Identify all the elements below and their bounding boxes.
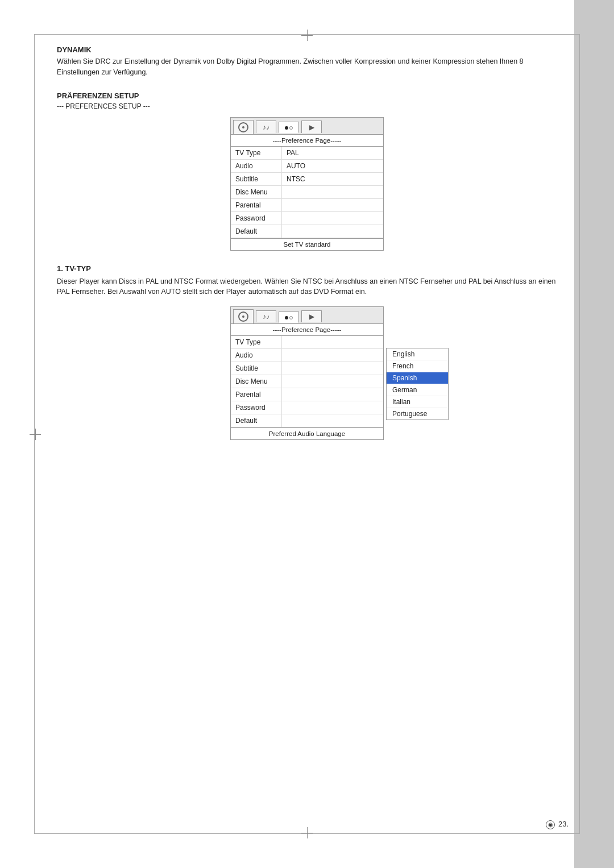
pref-row-parental: Parental bbox=[231, 199, 383, 212]
pref-label-tvtype: TV Type bbox=[231, 147, 282, 159]
pref2-row-subtitle: Subtitle bbox=[231, 362, 383, 375]
dropdown-item-french[interactable]: French bbox=[387, 360, 448, 372]
dot2-white bbox=[289, 316, 293, 319]
page-number-circle: ◉ bbox=[546, 820, 555, 829]
pref2-row-default: Default bbox=[231, 414, 383, 427]
dropdown-item-german[interactable]: German bbox=[387, 384, 448, 396]
pref2-label-password: Password bbox=[231, 401, 282, 414]
pref-icon bbox=[285, 126, 293, 130]
page-number-text: 23 bbox=[558, 820, 566, 828]
tvtyp-section: 1. TV-TYP Dieser Player kann Discs in PA… bbox=[57, 264, 557, 441]
pref2-value-parental[interactable] bbox=[282, 388, 383, 401]
crosshair-top bbox=[301, 30, 313, 41]
pref-footer-1: Set TV standard bbox=[231, 238, 383, 250]
disc2-icon bbox=[238, 312, 248, 322]
praeferenzen-heading: PRÄFERENZEN SETUP bbox=[57, 92, 557, 100]
video-icon: ▶ bbox=[309, 123, 314, 131]
dropdown-item-portuguese[interactable]: Portuguese bbox=[387, 408, 448, 420]
tab-disc[interactable] bbox=[233, 120, 254, 134]
pref-value-parental[interactable] bbox=[282, 199, 383, 211]
dot-white bbox=[289, 126, 293, 130]
language-dropdown: English French Spanish German Italian Po… bbox=[386, 348, 449, 420]
praeferenzen-section: PRÄFERENZEN SETUP --- PREFERENCES SETUP … bbox=[57, 92, 557, 251]
pref-value-password[interactable] bbox=[282, 212, 383, 225]
pref-value-subtitle[interactable]: NTSC bbox=[282, 173, 383, 185]
pref-value-default[interactable] bbox=[282, 225, 383, 238]
pref2-label-discmenu: Disc Menu bbox=[231, 375, 282, 388]
tvtyp-body: Dieser Player kann Discs in PAL und NTSC… bbox=[57, 276, 557, 298]
pref2-label-audio: Audio bbox=[231, 349, 282, 362]
crosshair-left bbox=[30, 429, 41, 440]
sidebar-grey bbox=[574, 0, 614, 868]
pref-label-password: Password bbox=[231, 212, 282, 225]
tab2-pref[interactable] bbox=[279, 312, 299, 323]
pref2-value-subtitle[interactable] bbox=[282, 362, 383, 375]
preferences-menu-1: ♪♪ ▶ ----Preference Page----- bbox=[230, 117, 384, 251]
pref-label-parental: Parental bbox=[231, 199, 282, 211]
dropdown-item-english[interactable]: English bbox=[387, 348, 448, 360]
dynamik-section: DYNAMIK Wählen Sie DRC zur Einstellung d… bbox=[57, 45, 557, 78]
pref2-label-default: Default bbox=[231, 414, 282, 427]
pref-row-audio: Audio AUTO bbox=[231, 160, 383, 173]
pref2-label-tvtype: TV Type bbox=[231, 336, 282, 348]
main-content: DYNAMIK Wählen Sie DRC zur Einstellung d… bbox=[57, 45, 557, 499]
pref-label-default: Default bbox=[231, 225, 282, 238]
pref2-value-default[interactable] bbox=[282, 414, 383, 427]
pref2-value-password[interactable] bbox=[282, 401, 383, 414]
tab-audio[interactable]: ♪♪ bbox=[256, 121, 276, 132]
dropdown-item-spanish[interactable]: Spanish bbox=[387, 372, 448, 384]
page-number: ◉ 23. bbox=[546, 820, 569, 829]
pref2-value-tvtype[interactable] bbox=[282, 336, 383, 348]
audio2-icon: ♪♪ bbox=[263, 313, 269, 321]
pref-value-tvtype[interactable]: PAL bbox=[282, 147, 383, 159]
disc-icon bbox=[238, 122, 248, 132]
pref-label-discmenu: Disc Menu bbox=[231, 186, 282, 198]
dropdown-item-italian[interactable]: Italian bbox=[387, 396, 448, 408]
tab2-audio[interactable]: ♪♪ bbox=[256, 310, 276, 322]
pref2-row-audio: Audio bbox=[231, 349, 383, 362]
pref2-label-subtitle: Subtitle bbox=[231, 362, 282, 375]
tab2-video[interactable]: ▶ bbox=[301, 310, 322, 322]
pref2-value-discmenu[interactable] bbox=[282, 375, 383, 388]
pref2-label-parental: Parental bbox=[231, 388, 282, 401]
pref-row-subtitle: Subtitle NTSC bbox=[231, 173, 383, 186]
pref-label-subtitle: Subtitle bbox=[231, 173, 282, 185]
pref-row-default: Default bbox=[231, 225, 383, 238]
pref2-icon bbox=[285, 316, 293, 319]
pref2-row-parental: Parental bbox=[231, 388, 383, 401]
video2-icon: ▶ bbox=[309, 313, 314, 321]
pref-footer-2: Preferred Audio Language bbox=[231, 427, 383, 439]
dot2-black bbox=[285, 316, 288, 319]
preferences-menu-2: ♪♪ ▶ ----Preference Page----- bbox=[230, 306, 384, 440]
pref2-row-discmenu: Disc Menu bbox=[231, 375, 383, 388]
tab-pref[interactable] bbox=[279, 122, 299, 133]
tvtyp-heading: 1. TV-TYP bbox=[57, 264, 557, 273]
crosshair-bottom bbox=[301, 827, 313, 838]
tab2-disc[interactable] bbox=[233, 309, 254, 323]
pref2-row-password: Password bbox=[231, 401, 383, 414]
dynamik-heading: DYNAMIK bbox=[57, 45, 557, 54]
preferences-subtitle: --- PREFERENCES SETUP --- bbox=[57, 102, 557, 110]
pref-value-discmenu[interactable] bbox=[282, 186, 383, 198]
pref-title-2: ----Preference Page----- bbox=[231, 324, 383, 336]
pref2-row-tvtype: TV Type bbox=[231, 336, 383, 349]
dot-black bbox=[285, 126, 288, 130]
page-border-right bbox=[579, 34, 580, 834]
preferences-menu-2-container: ♪♪ ▶ ----Preference Page----- bbox=[57, 306, 557, 440]
pref2-value-audio[interactable] bbox=[282, 349, 383, 362]
dynamik-body: Wählen Sie DRC zur Einstellung der Dynam… bbox=[57, 56, 557, 78]
pref-tabs-2: ♪♪ ▶ bbox=[231, 307, 383, 324]
pref-value-audio[interactable]: AUTO bbox=[282, 160, 383, 172]
pref-row-password: Password bbox=[231, 212, 383, 225]
pref-tabs: ♪♪ ▶ bbox=[231, 118, 383, 135]
pref-title-1: ----Preference Page----- bbox=[231, 135, 383, 147]
preferences-menu-container: ♪♪ ▶ ----Preference Page----- bbox=[57, 117, 557, 251]
audio-icon: ♪♪ bbox=[263, 123, 269, 131]
pref-row-discmenu: Disc Menu bbox=[231, 186, 383, 199]
pref-label-audio: Audio bbox=[231, 160, 282, 172]
tab-video[interactable]: ▶ bbox=[301, 121, 322, 132]
pref-row-tvtype: TV Type PAL bbox=[231, 147, 383, 160]
